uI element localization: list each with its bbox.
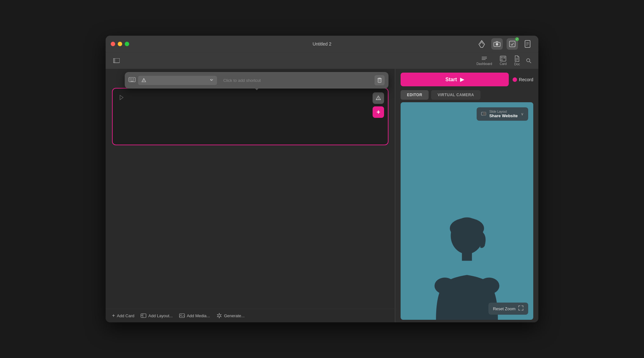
record-label: Record xyxy=(519,77,533,82)
reset-zoom-icon xyxy=(518,305,524,312)
svg-rect-36 xyxy=(179,314,185,318)
toolbar: Dashboard Card Doc xyxy=(106,52,538,69)
svg-point-41 xyxy=(435,277,455,294)
pencil-logo-icon[interactable] xyxy=(476,38,487,50)
slide-layout-chevron-icon: ∨ xyxy=(521,112,524,116)
generate-button[interactable]: Generate... xyxy=(216,313,245,319)
start-button[interactable]: Start ▶ xyxy=(401,73,509,86)
window-title: Untitled 2 xyxy=(312,41,331,47)
doc-label: Doc xyxy=(514,62,520,66)
svg-rect-22 xyxy=(130,80,131,80)
camera-icon[interactable] xyxy=(491,38,503,50)
content-area: Click to add shortcut xyxy=(106,69,538,322)
svg-rect-20 xyxy=(131,78,132,79)
edit-check-icon[interactable]: ✓ xyxy=(507,38,518,50)
fullscreen-button[interactable] xyxy=(125,42,129,46)
minimize-button[interactable] xyxy=(118,42,122,46)
editor-tabs: EDITOR VIRTUAL CAMERA xyxy=(396,90,538,100)
titlebar: Untitled 2 xyxy=(106,36,538,52)
add-layout-label: Add Layout... xyxy=(148,313,173,318)
traffic-lights xyxy=(111,42,129,46)
svg-point-39 xyxy=(450,218,484,239)
svg-rect-11 xyxy=(503,57,505,59)
slide-layout-icon xyxy=(481,111,486,117)
generate-label: Generate... xyxy=(224,313,245,318)
svg-rect-25 xyxy=(130,81,134,82)
virtual-camera-tab[interactable]: VIRTUAL CAMERA xyxy=(431,90,480,100)
search-button[interactable] xyxy=(524,56,533,65)
add-card-label: Add Card xyxy=(117,313,134,318)
dashboard-label: Dashboard xyxy=(477,62,492,66)
add-media-label: Add Media... xyxy=(187,313,210,318)
person-silhouette xyxy=(401,102,533,320)
slide-layout-value: Share Website xyxy=(489,113,518,118)
doc-button[interactable]: Doc xyxy=(511,54,523,67)
start-label: Start xyxy=(445,77,457,82)
slide-layout-dropdown[interactable]: Slide Layout Share Website ∨ xyxy=(477,107,528,121)
card-area: + xyxy=(112,88,388,145)
sidebar-toggle-button[interactable] xyxy=(111,56,122,65)
svg-rect-19 xyxy=(130,78,131,79)
slide-layout-label: Slide Layout xyxy=(489,110,518,113)
left-panel: Click to add shortcut xyxy=(106,69,395,322)
add-media-button[interactable]: Add Media... xyxy=(179,313,210,318)
add-item-button[interactable]: + xyxy=(373,106,384,118)
card-actions: + xyxy=(373,92,384,118)
card-play-icon xyxy=(118,94,125,101)
svg-point-0 xyxy=(496,43,498,46)
dashboard-button[interactable]: Dashboard xyxy=(473,54,495,67)
shortcut-input[interactable]: Click to add shortcut xyxy=(220,76,372,85)
dropdown-content xyxy=(141,78,146,83)
add-card-button[interactable]: + Add Card xyxy=(112,313,134,319)
svg-rect-44 xyxy=(483,112,486,115)
svg-point-42 xyxy=(479,277,500,294)
card-label: Card xyxy=(500,62,507,66)
svg-point-27 xyxy=(144,81,144,81)
card-button[interactable]: Card xyxy=(497,54,510,67)
svg-point-32 xyxy=(378,99,378,99)
record-button[interactable]: Record xyxy=(513,77,533,82)
svg-point-16 xyxy=(527,59,530,62)
reset-zoom-label: Reset Zoom xyxy=(493,306,515,311)
delete-shortcut-button[interactable] xyxy=(374,75,385,85)
svg-line-17 xyxy=(529,61,531,63)
preview-area: Slide Layout Share Website ∨ Reset Zoom xyxy=(401,102,533,320)
svg-rect-33 xyxy=(141,314,146,318)
svg-rect-40 xyxy=(462,253,472,261)
svg-rect-21 xyxy=(133,78,134,79)
right-panel: Start ▶ Record EDITOR VIRTUAL CAMERA xyxy=(395,69,538,322)
dropdown-arrow-icon xyxy=(209,78,214,83)
document-icon[interactable] xyxy=(522,38,533,50)
record-dot-icon xyxy=(513,77,517,82)
editor-tab[interactable]: EDITOR xyxy=(401,90,429,100)
svg-point-37 xyxy=(180,315,181,316)
svg-rect-12 xyxy=(501,59,503,61)
add-icon: + xyxy=(376,109,380,116)
close-button[interactable] xyxy=(111,42,115,46)
svg-rect-10 xyxy=(501,57,503,59)
svg-rect-2 xyxy=(509,41,515,47)
svg-rect-24 xyxy=(133,80,134,80)
main-window: Untitled 2 xyxy=(106,36,538,322)
shortcut-type-dropdown[interactable] xyxy=(138,76,217,85)
reset-zoom-button[interactable]: Reset Zoom xyxy=(488,303,528,315)
bottom-toolbar: + Add Card Add Layout... xyxy=(106,309,395,322)
record-bar: Start ▶ Record xyxy=(396,69,538,90)
start-play-icon: ▶ xyxy=(460,76,464,82)
svg-rect-28 xyxy=(378,79,381,82)
shortcut-popup: Click to add shortcut xyxy=(125,72,388,89)
add-layout-button[interactable]: Add Layout... xyxy=(141,313,173,318)
warning-button[interactable] xyxy=(373,92,384,104)
svg-rect-23 xyxy=(131,80,132,80)
slide-layout-text: Slide Layout Share Website xyxy=(489,110,518,118)
keyboard-icon[interactable] xyxy=(129,77,136,84)
svg-rect-5 xyxy=(113,58,115,63)
titlebar-icons: ✓ xyxy=(476,38,533,50)
